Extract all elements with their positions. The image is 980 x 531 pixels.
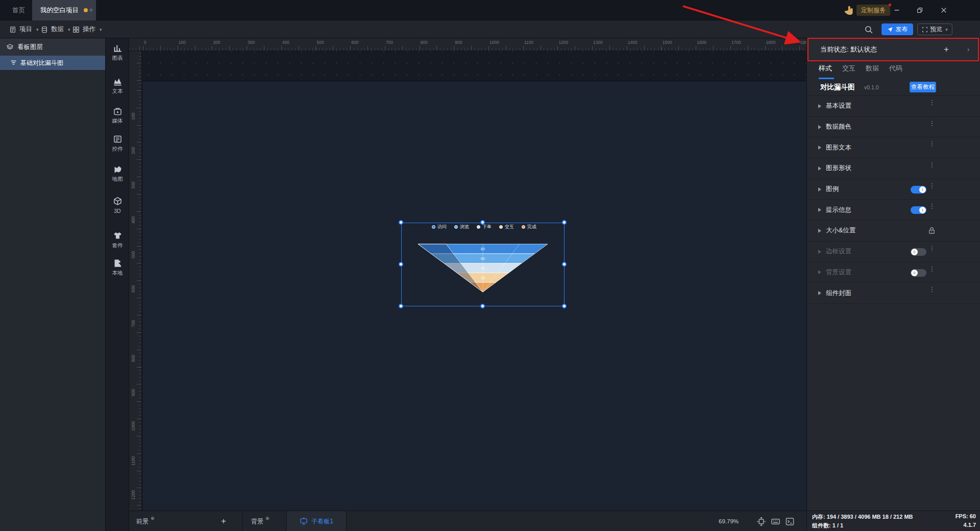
toolbar-item-控件[interactable]: 控件 (106, 134, 129, 153)
section-基本设置[interactable]: 基本设置⋮ (807, 96, 980, 117)
section-label: 数据颜色 (826, 123, 851, 131)
toolbar-item-套件[interactable]: 套件 (106, 231, 129, 249)
add-subboard-button[interactable]: + (221, 511, 226, 531)
console-icon[interactable] (785, 517, 795, 526)
funnel-layer-icon (10, 60, 17, 66)
h-ruler-label: 1600 (697, 40, 706, 45)
foreground-tab[interactable]: 前景 ⊕ (136, 511, 154, 531)
section-menu-icon[interactable]: ⋮ (928, 184, 936, 195)
toolbar-item-图表[interactable]: 图表 (106, 43, 129, 62)
add-foreground-icon[interactable]: ⊕ (151, 516, 155, 521)
h-ruler-label: 200 (213, 40, 220, 45)
toolbar-item-label: 媒体 (112, 117, 123, 125)
v-ruler-label: 1200 (131, 490, 136, 500)
keyboard-shortcuts-icon[interactable] (770, 517, 780, 526)
section-toggle[interactable]: 0 (911, 269, 926, 277)
section-toggle[interactable]: 1 (911, 186, 926, 194)
selection-handle[interactable] (562, 304, 567, 308)
toolbar-item-本地[interactable]: 本地 (106, 258, 129, 277)
minimize-button[interactable] (887, 0, 907, 20)
menu-label: 项目 (19, 25, 32, 34)
board-icon (300, 517, 308, 525)
selection-handle[interactable] (399, 262, 403, 267)
fit-view-icon[interactable] (756, 517, 766, 526)
inspector-tab-交互[interactable]: 交互 (842, 64, 855, 79)
section-menu-icon[interactable]: ⋮ (928, 122, 936, 132)
section-menu-icon[interactable]: ⋮ (928, 142, 936, 153)
publish-button[interactable]: 发布 (881, 23, 913, 35)
funnel-chart-component[interactable]: 访问浏览下单交互完成 80604020 (401, 223, 565, 306)
section-图形形状[interactable]: 图形形状⋮ (807, 158, 980, 179)
inspector-tab-数据[interactable]: 数据 (866, 64, 879, 79)
toolbar-item-3D[interactable]: 3D (106, 197, 129, 214)
app-tab-0[interactable]: 首页 (4, 0, 33, 20)
subboard-tab[interactable]: 子看板1 (286, 511, 347, 531)
background-tab[interactable]: 背景 ⊕ (242, 511, 268, 531)
add-background-icon[interactable]: ⊕ (265, 516, 270, 521)
new-tab-button[interactable]: + (83, 0, 99, 20)
toolbar-item-文本[interactable]: 文本 (106, 77, 129, 95)
memory-label: 内存: (812, 514, 825, 520)
section-menu-icon[interactable]: ⋮ (928, 268, 936, 278)
section-toggle[interactable]: 1 (911, 206, 926, 214)
h-ruler-label: 1000 (489, 40, 499, 45)
tutorial-button[interactable]: 查看教程 (910, 82, 936, 92)
layers-panel-header: 看板图层 (0, 38, 105, 56)
background-label: 背景 (251, 517, 263, 526)
widget-icon (113, 134, 122, 144)
selection-handle[interactable] (480, 304, 485, 308)
section-label: 边框设置 (826, 247, 851, 256)
section-数据颜色[interactable]: 数据颜色⋮ (807, 117, 980, 138)
expand-arrow-icon (818, 291, 821, 295)
section-toggle[interactable]: 0 (911, 248, 926, 256)
section-menu-icon[interactable]: ⋮ (928, 163, 936, 174)
zoom-level[interactable]: 69.79% (719, 511, 739, 531)
add-state-button[interactable]: + (944, 44, 949, 55)
toolbar-item-label: 本地 (112, 270, 123, 277)
section-menu-icon[interactable]: ⋮ (928, 247, 936, 257)
section-边框设置[interactable]: 边框设置0⋮ (807, 242, 980, 262)
section-label: 图形形状 (826, 164, 851, 173)
app-tab-label: 首页 (12, 6, 25, 15)
close-button[interactable] (934, 0, 954, 20)
section-label: 图形文本 (826, 143, 851, 152)
section-menu-icon[interactable]: ⋮ (928, 205, 936, 215)
inspector-tab-样式[interactable]: 样式 (819, 64, 832, 79)
selection-handle[interactable] (562, 262, 567, 267)
section-图形文本[interactable]: 图形文本⋮ (807, 137, 980, 158)
expand-arrow-icon (818, 125, 821, 129)
section-背景设置[interactable]: 背景设置0⋮ (807, 262, 980, 283)
component-count: 组件数: 1 / 1 (812, 522, 843, 529)
selection-handle[interactable] (562, 220, 567, 225)
toolbar-item-媒体[interactable]: 媒体 (106, 106, 129, 125)
layer-item[interactable]: 基础对比漏斗图 (0, 56, 105, 70)
selection-handle[interactable] (480, 220, 485, 225)
memory-stats: 内存: 194 / 3893 / 4096 MB 18 / 212 MB (812, 513, 913, 521)
section-menu-icon[interactable]: ⋮ (928, 288, 936, 298)
selection-handle[interactable] (399, 220, 403, 225)
toolbar-item-label: 地图 (112, 176, 123, 183)
current-state-bar[interactable]: 当前状态: 默认状态 + › (807, 38, 980, 61)
search-icon[interactable] (864, 25, 873, 34)
section-组件封面[interactable]: 组件封面⋮ (807, 283, 980, 304)
fullscreen-icon (922, 27, 928, 33)
menu-actions[interactable]: 操作▾ (67, 20, 107, 38)
selection-handle[interactable] (399, 304, 403, 308)
component-title: 对比漏斗图 (820, 83, 855, 92)
preview-button[interactable]: 预览 ▾ (917, 23, 952, 35)
h-ruler-label: 0 (144, 40, 146, 45)
section-menu-icon[interactable]: ⋮ (928, 101, 936, 111)
custom-service-badge[interactable]: 定制服务 (856, 5, 890, 16)
canvas[interactable]: 访问浏览下单交互完成 80604020 (142, 51, 806, 511)
state-expand-chevron[interactable]: › (967, 45, 969, 53)
current-state-label: 当前状态: 默认状态 (820, 45, 877, 54)
restore-button[interactable] (910, 0, 930, 20)
section-提示信息[interactable]: 提示信息1⋮ (807, 200, 980, 221)
section-图例[interactable]: 图例1⋮ (807, 179, 980, 200)
inspector-tab-代码[interactable]: 代码 (889, 64, 902, 79)
toolbar-item-地图[interactable]: 地图 (106, 164, 129, 183)
v-ruler-label: 600 (131, 285, 136, 293)
lock-icon[interactable] (928, 226, 936, 235)
subboard-label: 子看板1 (311, 517, 333, 526)
section-大小&位置[interactable]: 大小&位置 (807, 221, 980, 242)
